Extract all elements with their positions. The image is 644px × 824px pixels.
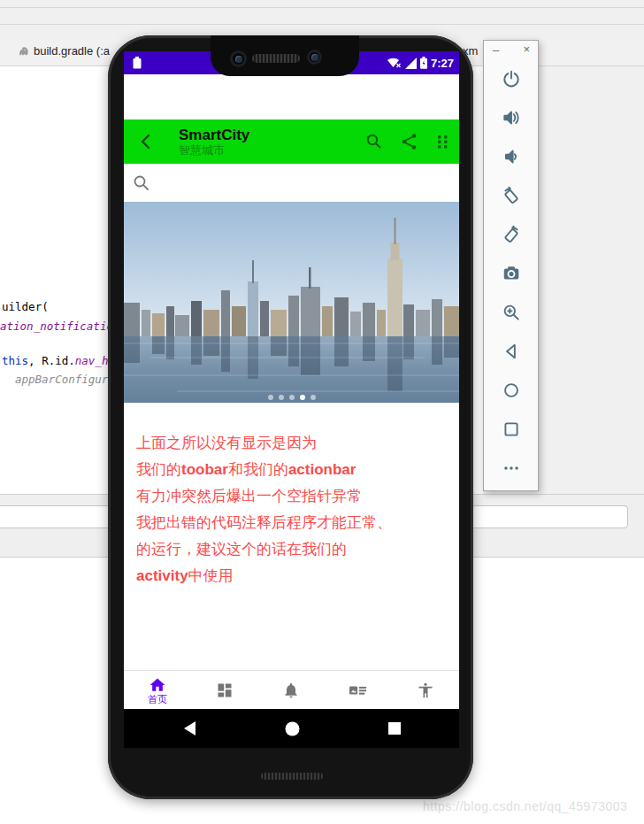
zoom-button[interactable] — [498, 300, 525, 325]
panel-divider — [0, 24, 644, 25]
carousel-dot[interactable] — [310, 395, 316, 400]
phone-notch — [211, 35, 359, 76]
nav-item-accessibility[interactable] — [392, 671, 459, 709]
app-subtitle: 智慧城市 — [179, 143, 249, 158]
code-fragment: appBarConfigurat — [15, 373, 121, 386]
volume-down-button[interactable] — [498, 144, 525, 169]
note-line: 我把出错的代码注释后程序才能正常、 — [136, 510, 448, 536]
rotate-right-icon — [502, 225, 521, 244]
system-home-button[interactable] — [285, 721, 300, 736]
search-magnifier-icon — [133, 174, 150, 191]
search-icon — [364, 132, 383, 151]
more-dots-icon — [502, 458, 521, 478]
carousel-dot[interactable] — [279, 395, 284, 400]
screenshot-root: build.gradle (:a xm uilder( ation_notifi… — [0, 0, 644, 824]
android-emulator-device: 7:27 SmartCity 智慧城市 — [108, 35, 473, 799]
gradle-elephant-icon — [16, 46, 29, 57]
toolbar-share-button[interactable] — [401, 133, 418, 150]
volume-up-icon — [502, 108, 521, 127]
search-bar[interactable] — [124, 164, 459, 202]
front-camera-right — [307, 50, 322, 65]
back-chevron-icon — [140, 134, 150, 150]
close-button[interactable]: × — [523, 43, 530, 55]
tab-label: build.gradle (:a — [34, 44, 110, 58]
bottom-speaker — [261, 773, 323, 780]
overview-button[interactable] — [498, 417, 525, 442]
home-circle-icon — [502, 381, 521, 400]
system-navigation-bar — [124, 709, 459, 748]
system-back-button[interactable] — [182, 720, 196, 736]
toolbar-search-button[interactable] — [364, 132, 383, 151]
bottom-navigation: 首页 — [124, 670, 459, 709]
code-fragment: ation_notificatio — [0, 320, 113, 333]
rotate-left-button[interactable] — [498, 183, 525, 208]
toolbar-titles: SmartCity 智慧城市 — [179, 127, 249, 158]
carousel-dot[interactable] — [289, 395, 295, 400]
back-button[interactable] — [498, 339, 525, 364]
more-button[interactable] — [498, 456, 525, 481]
home-button[interactable] — [498, 378, 525, 403]
note-line: activity中使用 — [136, 563, 448, 589]
accessibility-person-icon — [417, 682, 434, 699]
code-fragment: uilder( — [2, 300, 49, 313]
minimize-button[interactable]: – — [493, 44, 499, 56]
earpiece-speaker — [252, 54, 300, 63]
carousel-dots[interactable] — [124, 395, 459, 400]
code-fragment: this, R.id.nav_ho — [2, 354, 115, 367]
camera-icon — [502, 264, 521, 283]
note-line: 有力冲突然后爆出一个空指针异常 — [136, 483, 448, 510]
nav-item-notifications[interactable] — [258, 671, 326, 709]
news-icon — [349, 682, 368, 699]
nav-item-dashboard[interactable] — [191, 671, 258, 709]
csdn-watermark: https://blog.csdn.net/qq_45973003 — [423, 799, 627, 813]
skyline-illustration — [124, 202, 459, 403]
app-title: SmartCity — [179, 127, 249, 143]
share-icon — [401, 133, 418, 150]
rotate-right-button[interactable] — [498, 222, 525, 247]
power-button[interactable] — [498, 66, 525, 91]
warning-note-text: 上面之所以没有显示是因为 我们的toobar和我们的actionbar 有力冲突… — [136, 430, 448, 589]
overview-square-icon — [502, 420, 521, 439]
carousel-dot-active[interactable] — [300, 395, 305, 400]
note-line: 的运行，建议这个的话在我们的 — [136, 536, 448, 563]
emulator-toolbar: – × — [483, 40, 539, 491]
home-icon — [149, 676, 166, 694]
volume-down-icon — [502, 147, 521, 166]
app-toolbar: SmartCity 智慧城市 — [124, 119, 459, 164]
back-icon — [502, 342, 521, 361]
nav-home-label: 首页 — [148, 695, 167, 705]
nav-item-home[interactable]: 首页 — [124, 671, 191, 709]
status-time: 7:27 — [431, 57, 454, 70]
phone-screen: 7:27 SmartCity 智慧城市 — [124, 51, 459, 748]
note-line: 上面之所以没有显示是因为 — [136, 430, 448, 457]
carousel-dot[interactable] — [268, 395, 273, 400]
screenshot-button[interactable] — [498, 261, 525, 286]
editor-tab-build-gradle[interactable]: build.gradle (:a — [16, 44, 110, 58]
power-icon — [502, 69, 521, 89]
system-overview-button[interactable] — [388, 722, 401, 735]
dashboard-icon — [216, 682, 234, 699]
battery-charging-icon — [420, 57, 427, 69]
battery-saver-icon — [133, 57, 142, 69]
nav-item-news[interactable] — [325, 671, 392, 709]
bell-icon — [282, 682, 300, 699]
wifi-off-icon — [387, 57, 402, 69]
toolbar-back-button[interactable] — [134, 131, 156, 152]
zoom-in-icon — [502, 303, 521, 322]
panel-divider — [0, 7, 644, 8]
rotate-left-icon — [502, 186, 521, 205]
city-banner-image[interactable] — [124, 202, 459, 403]
cell-signal-icon — [405, 58, 417, 69]
grid-dots-icon — [436, 134, 450, 150]
toolbar-grid-more-button[interactable] — [436, 134, 450, 150]
note-line: 我们的toobar和我们的actionbar — [136, 457, 448, 483]
front-camera-left — [230, 50, 247, 67]
volume-up-button[interactable] — [498, 105, 525, 130]
